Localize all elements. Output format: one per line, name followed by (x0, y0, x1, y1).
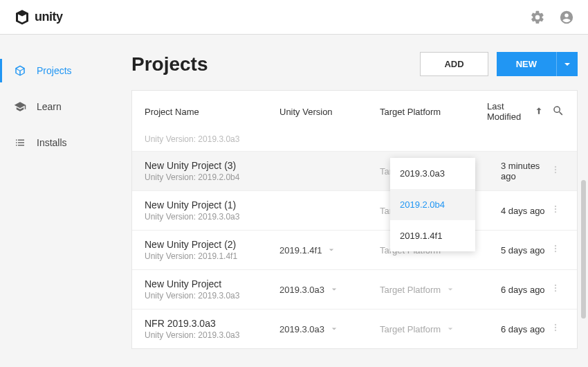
table-row[interactable]: New Unity Project (3)Unity Version: 2019… (132, 151, 577, 190)
svg-point-14 (555, 330, 556, 331)
row-menu[interactable] (551, 283, 564, 296)
col-target-platform[interactable]: Target Platform (380, 107, 487, 117)
modified-cell: 4 days ago (487, 206, 551, 216)
col-last-modified[interactable]: Last Modified (487, 101, 544, 122)
project-rows: Unity Version: 2019.3.0a3 New Unity Proj… (132, 132, 577, 348)
cube-icon (14, 64, 26, 77)
gear-icon[interactable] (530, 10, 545, 25)
table-row[interactable]: NFR 2019.3.0a3Unity Version: 2019.3.0a32… (132, 309, 577, 348)
svg-point-11 (555, 290, 556, 292)
col-search (544, 105, 564, 119)
col-project-name[interactable]: Project Name (145, 107, 279, 117)
row-menu[interactable] (551, 244, 564, 256)
project-name: New Unity Project (1) (145, 199, 279, 211)
col-unity-version[interactable]: Unity Version (279, 107, 380, 117)
svg-point-9 (555, 285, 556, 286)
account-icon[interactable] (559, 10, 574, 25)
project-name-cell: NFR 2019.3.0a3Unity Version: 2019.3.0a3 (145, 318, 279, 340)
search-icon[interactable] (552, 105, 564, 117)
version-option[interactable]: 2019.3.0a3 (390, 158, 475, 189)
project-name-cell: New Unity Project (1)Unity Version: 2019… (145, 199, 279, 222)
table-row[interactable]: New Unity Project (2)Unity Version: 2019… (132, 230, 577, 269)
project-name: New Unity Project (2) (145, 239, 279, 250)
version-dropdown: 2019.3.0a3 2019.2.0b4 2019.1.4f1 (390, 158, 475, 251)
sidebar-item-label: Projects (37, 65, 72, 76)
project-subtitle: Unity Version: 2019.2.0b4 (145, 172, 279, 182)
svg-point-13 (555, 327, 556, 328)
column-headers: Project Name Unity Version Target Platfo… (132, 91, 577, 132)
svg-point-0 (555, 166, 556, 168)
scrollbar-thumb[interactable] (581, 180, 586, 319)
table-row[interactable]: New Unity Project (1)Unity Version: 2019… (132, 190, 577, 230)
row-menu[interactable] (551, 165, 564, 177)
version-option[interactable]: 2019.2.0b4 (390, 189, 475, 220)
projects-panel: Project Name Unity Version Target Platfo… (131, 90, 578, 349)
modified-cell: 5 days ago (487, 245, 551, 256)
logo: unity (14, 9, 63, 26)
sidebar: Projects Learn Installs (0, 35, 118, 367)
platform-cell[interactable]: Target Platform (380, 285, 487, 295)
app-header: unity (0, 0, 588, 35)
project-subtitle: Unity Version: 2019.3.0a3 (145, 330, 279, 340)
project-name-cell: New Unity Project (3)Unity Version: 2019… (145, 160, 279, 182)
row-menu[interactable] (551, 323, 564, 335)
svg-point-4 (555, 208, 556, 210)
sidebar-item-label: Installs (37, 137, 67, 148)
chevron-down-icon (564, 61, 571, 68)
project-name-cell: New Unity ProjectUnity Version: 2019.3.0… (145, 278, 279, 301)
row-menu[interactable] (551, 204, 564, 217)
modified-cell: 3 minutes ago (487, 161, 551, 181)
version-cell[interactable]: 2019.3.0a3 (279, 285, 380, 295)
svg-point-12 (555, 324, 556, 325)
new-dropdown-button[interactable] (556, 52, 578, 76)
page-actions: ADD NEW (420, 52, 578, 76)
graduation-icon (14, 100, 26, 113)
sidebar-item-label: Learn (37, 101, 62, 112)
project-subtitle: Unity Version: 2019.3.0a3 (145, 212, 279, 222)
brand-text: unity (35, 10, 63, 24)
svg-point-6 (555, 245, 556, 247)
sort-asc-icon (534, 106, 544, 118)
project-name: NFR 2019.3.0a3 (145, 318, 279, 329)
version-option[interactable]: 2019.1.4f1 (390, 220, 475, 251)
version-cell[interactable]: 2019.3.0a3 (279, 324, 380, 334)
version-cell[interactable]: 2019.1.4f1 (279, 245, 380, 256)
main-content: Projects ADD NEW Project Name Unity Vers… (118, 35, 588, 367)
sidebar-item-installs[interactable]: Installs (0, 131, 118, 154)
project-name: New Unity Project (145, 278, 279, 289)
new-button[interactable]: NEW (497, 52, 556, 76)
svg-point-1 (555, 169, 556, 170)
svg-point-7 (555, 248, 556, 249)
svg-point-8 (555, 251, 556, 252)
page-title: Projects (131, 53, 208, 75)
svg-point-3 (555, 206, 556, 207)
modified-cell: 6 days ago (487, 285, 551, 295)
svg-point-5 (555, 211, 556, 213)
header-actions (530, 10, 574, 25)
project-subtitle: Unity Version: 2019.1.4f1 (145, 251, 279, 261)
unity-logo-icon (14, 9, 30, 26)
project-name: New Unity Project (3) (145, 160, 279, 171)
svg-point-10 (555, 287, 556, 289)
svg-point-2 (555, 172, 556, 173)
list-icon (14, 136, 26, 149)
add-button[interactable]: ADD (420, 52, 488, 76)
project-subtitle: Unity Version: 2019.3.0a3 (145, 291, 279, 301)
partial-row: Unity Version: 2019.3.0a3 (132, 132, 577, 151)
sidebar-item-projects[interactable]: Projects (0, 59, 118, 82)
platform-cell[interactable]: Target Platform (380, 324, 487, 334)
table-row[interactable]: New Unity ProjectUnity Version: 2019.3.0… (132, 269, 577, 309)
modified-cell: 6 days ago (487, 324, 551, 334)
sidebar-item-learn[interactable]: Learn (0, 95, 118, 118)
scrollbar[interactable] (581, 180, 586, 367)
project-name-cell: New Unity Project (2)Unity Version: 2019… (145, 239, 279, 261)
